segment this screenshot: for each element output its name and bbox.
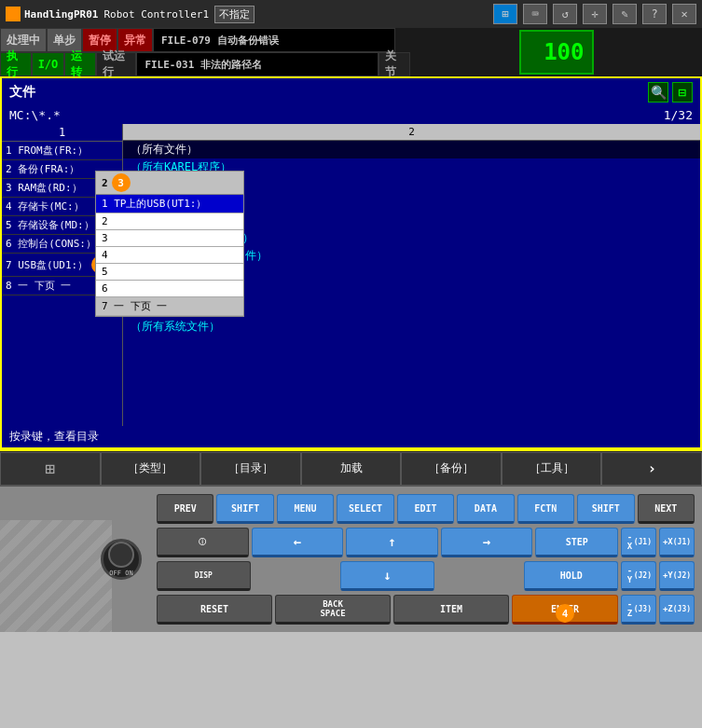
app-logo: HandlingPR01 (6, 7, 98, 21)
instruction-bar: 按录键，查看目录 (2, 426, 700, 447)
status-test: 试运行 (96, 52, 136, 76)
keyboard-main: PREV SHIFT MENU SELECT EDIT DATA FCTN SH… (157, 494, 695, 625)
key-row-4: RESET BACKSPACE ITEM ENTER 4 -Z(J3) +Z(J… (157, 595, 695, 625)
left-panel-header: 1 (2, 124, 122, 142)
left-controls: OFF ON (7, 494, 149, 625)
key-backspace[interactable]: BACKSPACE (275, 595, 391, 625)
toolbar-tools[interactable]: ［工具］ (502, 452, 602, 486)
dropdown-overlay: 2 3 1 TP上的USB(UT1:） 2 3 4 5 6 7 一 下页 一 (95, 171, 244, 317)
left-item-1[interactable]: 1 FROM盘(FR:） (2, 142, 122, 160)
key-reset[interactable]: RESET (157, 595, 272, 625)
toolbar-icon-3[interactable]: ↺ (553, 4, 577, 24)
toolbar-icon-1[interactable]: ⊞ (493, 4, 517, 24)
status-io: I/O (32, 52, 65, 76)
key-data[interactable]: DATA (457, 494, 514, 524)
path-bar: MC:\*.* 1/32 (2, 106, 700, 124)
key-left[interactable]: ← (252, 528, 344, 557)
status-row-2: 执行 I/O 运转 试运行 FILE-031 非法的路径名 关节 (0, 52, 410, 76)
key-select[interactable]: SELECT (337, 494, 393, 524)
key-step[interactable]: STEP (535, 528, 618, 557)
key-disp[interactable]: DISP (157, 561, 251, 591)
dropdown-item-7[interactable]: 7 一 下页 一 (96, 297, 243, 316)
status-motion: 运转 (64, 52, 96, 76)
file-browser: MC:\*.* 1/32 1 1 FROM盘(FR:） 2 备份(FRA:） 3… (2, 106, 700, 442)
dropdown-col-2: 2 3 1 TP上的USB(UT1:） 2 3 4 5 6 7 一 下页 一 (95, 171, 244, 317)
key-spacer2 (437, 561, 522, 591)
dropdown-item-5[interactable]: 5 (96, 264, 243, 281)
key-spacer (254, 561, 338, 591)
off-on-button[interactable]: OFF ON (101, 539, 142, 580)
toolbar-icon-6[interactable]: ? (642, 4, 667, 24)
key-pos-z[interactable]: +Z(J3) (659, 595, 695, 625)
toolbar: ⊞ ［类型］ ［目录］ 加载 ［备份］ ［工具］ › (0, 449, 702, 487)
toolbar-type[interactable]: ［类型］ (101, 452, 201, 486)
toolbar-icon-4[interactable]: ✛ (583, 4, 607, 24)
key-shift-l[interactable]: SHIFT (216, 494, 273, 524)
key-row-1: PREV SHIFT MENU SELECT EDIT DATA FCTN SH… (157, 494, 695, 524)
dropdown-item-3[interactable]: 3 (96, 230, 243, 247)
split-icon[interactable]: ⊟ (672, 82, 693, 103)
key-enter-wrapper: ENTER 4 (512, 595, 618, 625)
dropdown-item-4[interactable]: 4 (96, 247, 243, 264)
key-hold[interactable]: HOLD (524, 561, 618, 591)
key-down[interactable]: ↓ (340, 561, 434, 591)
status-row-1: 处理中 单步 暂停 异常 FILE-079 自动备份错误 (0, 28, 410, 52)
main-header: 文件 🔍 ⊟ (2, 78, 700, 106)
controller-name: Robot Controller1 (103, 8, 209, 21)
key-pos-x[interactable]: +X(J1) (659, 528, 695, 557)
file-item-11[interactable]: （所有系统文件） (123, 318, 700, 336)
controller-dropdown[interactable]: 不指定 (214, 6, 255, 23)
key-shift-r[interactable]: SHIFT (577, 494, 634, 524)
toolbar-next[interactable]: › (601, 452, 702, 486)
status-left: 处理中 单步 暂停 异常 FILE-079 自动备份错误 执行 I/O 运转 试… (0, 28, 410, 76)
toolbar-grid[interactable]: ⊞ (0, 452, 101, 486)
status-run: 执行 (0, 52, 32, 76)
step-hold-col: STEP (535, 528, 618, 557)
key-row-3: DISP ↓ HOLD -Y(J2) +Y(J2) (157, 561, 695, 591)
key-up[interactable]: ↑ (346, 528, 438, 557)
key-right[interactable]: → (441, 528, 533, 557)
key-next[interactable]: NEXT (638, 494, 695, 524)
key-pos-y[interactable]: +Y(J2) (659, 561, 695, 591)
status-bar: 处理中 单步 暂停 异常 FILE-079 自动备份错误 执行 I/O 运转 试… (0, 28, 702, 76)
zoom-icon[interactable]: 🔍 (648, 82, 668, 103)
key-row-2: ⓘ ← ↑ → STEP -X(J1) +X(J1) (157, 528, 695, 557)
dropdown-item-1[interactable]: 1 TP上的USB(UT1:） (96, 195, 243, 213)
key-menu[interactable]: MENU (277, 494, 334, 524)
instruction-text: 按录键，查看目录 (9, 430, 99, 443)
file-item-1[interactable]: （所有文件） (123, 141, 700, 158)
current-path: MC:\*.* (9, 108, 61, 122)
key-edit[interactable]: EDIT (397, 494, 454, 524)
key-neg-x[interactable]: -X(J1) (621, 528, 656, 557)
header-icons: 🔍 ⊟ (648, 82, 693, 103)
key-fctn[interactable]: FCTN (517, 494, 574, 524)
key-item[interactable]: ITEM (393, 595, 509, 625)
dropdown-header-2: 2 3 (96, 172, 243, 195)
status-msg-1: FILE-079 自动备份错误 (153, 28, 395, 52)
speed-area: 100 (410, 28, 702, 76)
badge-4: 4 (556, 604, 574, 623)
right-panel-header: 2 (123, 124, 700, 141)
speed-display: 100 (519, 30, 594, 75)
key-prev[interactable]: PREV (157, 494, 213, 524)
main-area: 文件 🔍 ⊟ MC:\*.* 1/32 1 1 FROM盘(FR:） 2 备份(… (0, 76, 702, 449)
status-msg-2: FILE-031 非法的路径名 (136, 52, 379, 76)
app-name: HandlingPR01 (24, 8, 98, 21)
file-browser-title: 文件 (9, 84, 35, 101)
key-info[interactable]: ⓘ (157, 528, 249, 557)
status-joint: 关节 (379, 52, 410, 76)
badge-3-dropdown: 3 (112, 173, 131, 192)
dropdown-item-2[interactable]: 2 (96, 213, 243, 230)
file-count: 1/32 (664, 108, 693, 122)
toolbar-icon-5[interactable]: ✎ (613, 4, 637, 24)
toolbar-dir[interactable]: ［目录］ (200, 452, 301, 486)
logo-icon (6, 7, 21, 21)
keyboard-area: OFF ON PREV SHIFT MENU SELECT EDIT DATA … (0, 487, 702, 632)
toolbar-icon-close[interactable]: ✕ (672, 4, 696, 24)
dropdown-item-6[interactable]: 6 (96, 281, 243, 297)
toolbar-icon-2[interactable]: ⌨ (523, 4, 547, 24)
toolbar-load[interactable]: 加载 (301, 452, 402, 486)
toolbar-backup[interactable]: ［备份］ (401, 452, 502, 486)
key-neg-z[interactable]: -Z(J3) (621, 595, 656, 625)
key-neg-y[interactable]: -Y(J2) (621, 561, 656, 591)
